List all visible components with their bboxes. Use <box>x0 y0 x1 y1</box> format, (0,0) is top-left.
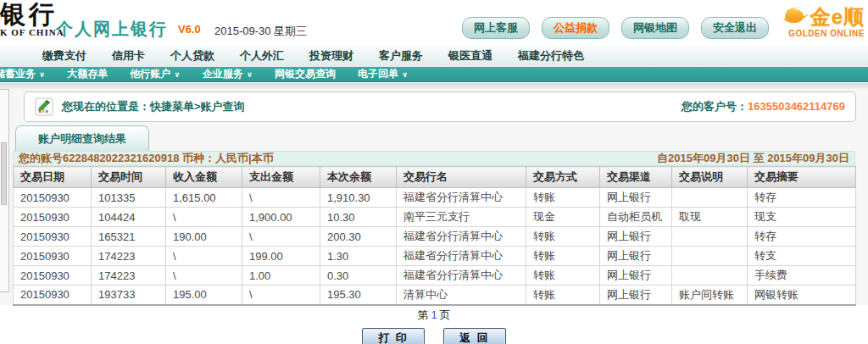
customer-number: 您的客户号：1635503462114769 <box>682 99 845 114</box>
chevron-down-icon: ∨ <box>174 70 180 79</box>
subnav-item[interactable]: 储蓄业务∨ <box>0 67 45 81</box>
table-cell: 10.30 <box>320 208 397 227</box>
table-cell: 网银转账 <box>748 286 856 305</box>
table-cell <box>672 266 748 286</box>
header-date: 2015-09-30 星期三 <box>214 24 307 39</box>
table-cell: 20150930 <box>14 286 92 305</box>
nav-item[interactable]: 个人外汇 <box>240 48 284 64</box>
charity-donation-button[interactable]: 公益捐款 <box>542 17 609 39</box>
table-header-row: 交易日期交易时间收入金额支出金额本次余额交易行名交易方式交易渠道交易说明交易摘要 <box>14 167 856 188</box>
table-cell: 190.00 <box>166 227 242 247</box>
table-cell: 手续费 <box>748 266 856 286</box>
content-area: 您现在的位置是：快捷菜单>账户查询 您的客户号：1635503462114769… <box>0 89 868 344</box>
column-header: 交易说明 <box>672 167 748 188</box>
print-button[interactable]: 打 印 <box>362 328 425 344</box>
table-cell: 取现 <box>672 208 748 227</box>
table-row: 20150930174223\1.000.30福建省分行清算中心转账网上银行手续… <box>14 266 856 286</box>
action-buttons: 打 印返 回 <box>13 328 855 344</box>
table-cell: 自动柜员机 <box>600 208 672 227</box>
table-cell: 网上银行 <box>600 266 672 286</box>
nav-item[interactable]: 信用卡 <box>112 48 145 64</box>
online-service-button[interactable]: 网上客服 <box>462 17 530 39</box>
nav-item[interactable]: 个人贷款 <box>170 48 214 64</box>
table-cell: 网上银行 <box>600 227 672 247</box>
table-cell: 104424 <box>92 208 166 227</box>
table-cell: 现支 <box>748 208 856 227</box>
column-header: 收入金额 <box>166 167 242 188</box>
table-row: 20150930165321190.00\200.30福建省分行清算中心转账网上… <box>14 227 856 247</box>
gold-swoosh-icon <box>782 4 810 30</box>
table-cell: 101335 <box>92 188 166 208</box>
left-panel-splitter[interactable] <box>0 89 9 292</box>
table-cell <box>672 188 748 208</box>
result-panel: 账户明细查询结果 您的账号6228482022321620918 币种：人民币|… <box>13 125 855 344</box>
table-cell: 现金 <box>526 208 600 227</box>
column-header: 交易摘要 <box>748 167 856 188</box>
table-cell: \ <box>242 188 320 208</box>
table-cell: 1,910.30 <box>320 188 397 208</box>
chevron-down-icon: ∨ <box>39 70 45 79</box>
table-cell: 转账 <box>526 227 600 247</box>
back-button[interactable]: 返 回 <box>443 328 506 344</box>
table-body: 201509301013351,615.00\1,910.30福建省分行清算中心… <box>14 188 856 305</box>
page-number: 1 <box>428 308 439 321</box>
subnav-item[interactable]: 电子回单∨ <box>358 67 408 81</box>
subnav-item[interactable]: 网银交易查询 <box>275 67 336 81</box>
product-version: V6.0 <box>178 23 201 36</box>
ebank-map-button[interactable]: 网银地图 <box>621 17 689 39</box>
secondary-nav: 储蓄业务∨大额存单他行账户∨企业服务∨网银交易查询电子回单∨ <box>0 67 868 82</box>
brand-cn: 金e顺 <box>810 3 865 31</box>
customer-number-value: 1635503462114769 <box>748 100 845 113</box>
table-cell: 转存 <box>748 227 856 247</box>
table-cell: 1,900.00 <box>242 208 320 227</box>
date-range: 自2015年09月30日 至 2015年09月30日 <box>657 151 849 166</box>
nav-item[interactable]: 投资理财 <box>309 48 353 64</box>
table-row: 20150930193733195.00\195.30清算中心转账网上银行账户间… <box>14 286 856 305</box>
table-cell: 174223 <box>92 266 166 286</box>
nav-item[interactable]: 缴费支付 <box>42 48 86 64</box>
table-cell: 转支 <box>748 247 856 266</box>
breadcrumb: 您现在的位置是：快捷菜单>账户查询 <box>62 99 245 114</box>
table-cell: 20150930 <box>14 266 92 286</box>
table-cell: 转账 <box>526 247 600 266</box>
nav-item[interactable]: 福建分行特色 <box>518 48 584 64</box>
product-title: 个人网上银行 <box>56 18 168 41</box>
table-cell: 网上银行 <box>600 188 672 208</box>
table-cell: \ <box>166 208 242 227</box>
table-cell: 福建省分行清算中心 <box>397 188 526 208</box>
table-cell: 南平三元支行 <box>397 208 526 227</box>
table-cell: 165321 <box>92 227 166 247</box>
table-cell: 1.00 <box>242 266 320 286</box>
table-cell: 福建省分行清算中心 <box>397 266 526 286</box>
nav-item[interactable]: 客户服务 <box>379 48 423 64</box>
subnav-item[interactable]: 大额存单 <box>67 67 108 81</box>
table-cell: 199.00 <box>242 247 320 266</box>
page: 银行 K OF CHINA 个人网上银行 V6.0 2015-09-30 星期三… <box>0 0 868 344</box>
table-cell: 福建省分行清算中心 <box>397 247 526 266</box>
table-row: 20150930174223\199.001.30福建省分行清算中心转账网上银行… <box>14 247 856 266</box>
table-cell: 转账 <box>526 286 600 305</box>
primary-nav: 缴费支付信用卡个人贷款个人外汇投资理财客户服务银医直通福建分行特色 <box>0 45 868 67</box>
brand-en: GOLDEN ONLINE <box>748 29 865 38</box>
tab-account-detail-result[interactable]: 账户明细查询结果 <box>15 125 149 151</box>
table-cell: 193733 <box>92 286 166 305</box>
table-cell: 转账 <box>526 266 600 286</box>
nav-item[interactable]: 银医直通 <box>448 48 492 64</box>
customer-number-label: 您的客户号： <box>682 100 748 113</box>
account-info-bar: 您的账号6228482022321620918 币种：人民币|本币 自2015年… <box>13 151 855 166</box>
table-cell: \ <box>242 286 320 305</box>
column-header: 交易时间 <box>92 167 166 188</box>
subnav-item[interactable]: 他行账户∨ <box>130 67 180 81</box>
table-cell: 1.30 <box>320 247 397 266</box>
table-cell: 账户间转账 <box>672 286 748 305</box>
header-buttons: 网上客服公益捐款网银地图安全退出 <box>462 17 769 39</box>
account-info: 您的账号6228482022321620918 币种：人民币|本币 <box>19 151 274 166</box>
table-cell: 195.00 <box>166 286 242 305</box>
table-cell <box>672 227 748 247</box>
splitter-thumb[interactable] <box>1 142 7 205</box>
chevron-down-icon: ∨ <box>247 70 253 79</box>
subnav-item[interactable]: 企业服务∨ <box>203 67 253 81</box>
table-cell: 20150930 <box>14 188 92 208</box>
column-header: 本次余额 <box>320 167 397 188</box>
table-cell: 174223 <box>92 247 166 266</box>
